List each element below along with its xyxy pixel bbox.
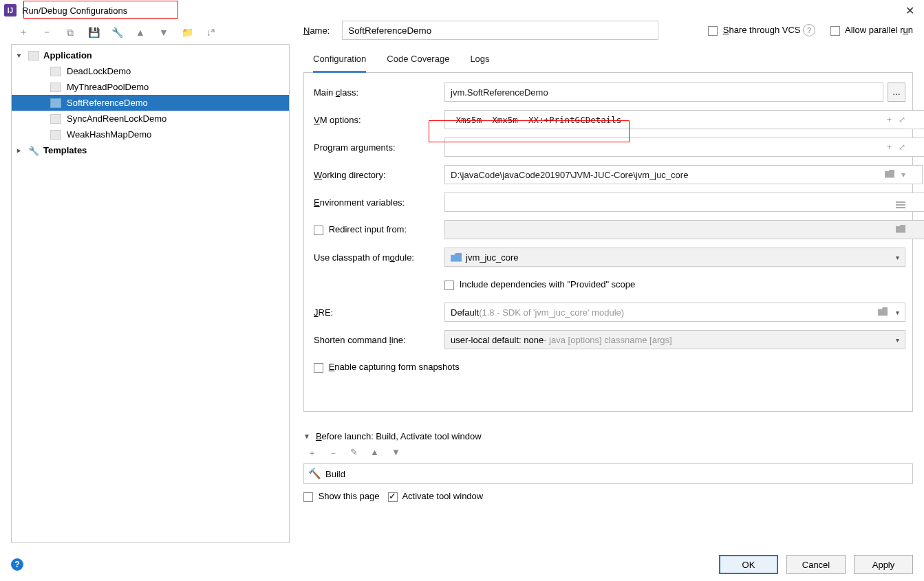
vm-options-input[interactable]: -Xms5m -Xmx5m -XX:+PrintGCDetails [444,110,924,129]
tabs: Configuration Code Coverage Logs [303,47,913,73]
folder-icon[interactable] [885,170,894,180]
save-icon[interactable]: 💾 [88,27,99,38]
chevron-right-icon: ▸ [17,146,28,154]
prog-args-label: Program arguments: [314,142,444,153]
tab-logs[interactable]: Logs [470,54,489,72]
config-icon [50,98,61,108]
chevron-down-icon: ▾ [896,309,899,316]
remove-icon[interactable]: － [41,27,52,38]
remove-icon[interactable]: － [329,447,338,459]
cancel-button[interactable]: Cancel [786,555,846,574]
enable-snapshots-checkbox[interactable]: Enable capturing form snapshots [314,362,460,373]
main-class-input[interactable]: jvm.SoftReferenceDemo [444,83,883,102]
allow-parallel-checkbox[interactable]: Allow parallel run [830,25,913,36]
ok-button[interactable]: OK [719,555,778,574]
move-up-icon[interactable]: ▲ [135,27,146,38]
include-provided-checkbox[interactable]: Include dependencies with "Provided" sco… [444,279,635,290]
tab-code-coverage[interactable]: Code Coverage [387,54,449,72]
name-label: Name: [303,25,330,36]
close-icon[interactable]: ✕ [900,1,920,20]
folder-icon [896,225,905,235]
activate-tool-window-checkbox[interactable]: Activate tool window [388,491,484,502]
add-prog-arg-icon[interactable]: + [887,142,892,152]
app-icon: IJ [4,4,17,17]
tree-item[interactable]: DeadLockDemo [12,63,289,79]
vm-options-label: VM options: [314,115,444,125]
config-tree: ▾ Application DeadLockDemo MyThreadPoolD… [11,44,290,543]
tree-item-selected[interactable]: SoftReferenceDemo [12,95,289,111]
show-this-page-checkbox[interactable]: Show this page [303,491,380,502]
list-icon[interactable] [896,195,905,210]
hammer-icon: 🔨 [308,468,321,480]
config-icon [50,83,61,92]
classpath-combo[interactable]: jvm_juc_core▾ [444,248,905,267]
expand-vm-icon[interactable]: ⤢ [899,115,905,124]
edit-icon[interactable]: ✎ [350,447,358,459]
workdir-label: Working directory: [314,170,444,180]
prog-args-input[interactable] [444,138,924,157]
classpath-label: Use classpath of module: [314,252,444,263]
before-launch-section: ▼ Before launch: Build, Activate tool wi… [303,431,913,502]
workdir-dropdown-icon[interactable]: ▾ [901,170,905,179]
name-input[interactable] [342,21,658,40]
add-icon[interactable]: ＋ [308,447,316,459]
before-launch-list[interactable]: 🔨 Build [303,463,913,484]
move-down-icon[interactable]: ▼ [391,447,400,459]
redirect-input [444,220,924,239]
jre-combo[interactable]: Default (1.8 - SDK of 'jvm_juc_core' mod… [444,303,905,322]
apply-button[interactable]: Apply [854,555,913,574]
browse-main-class-button[interactable]: … [888,83,905,102]
tree-item[interactable]: MyThreadPoolDemo [12,79,289,95]
config-icon [50,67,61,76]
chevron-down-icon: ▾ [896,336,899,344]
wrench-icon: 🔧 [28,146,39,155]
move-down-icon[interactable]: ▼ [158,27,169,38]
title-bar: IJ Run/Debug Configurations ✕ [0,0,924,21]
expand-prog-icon[interactable]: ⤢ [899,142,905,152]
folder-arrow-icon[interactable]: 📁 [182,27,193,38]
jre-label: JRE: [314,307,444,318]
main-class-label: Main class: [314,87,444,98]
workdir-input[interactable]: D:\javaCode\javaCode201907\JVM-JUC-Core\… [444,165,923,184]
sidebar-toolbar: ＋ － ⧉ 💾 🔧 ▲ ▼ 📁 ↓ª [11,21,290,44]
sort-icon[interactable]: ↓ª [205,27,216,38]
env-label: Environment variables: [314,197,444,208]
before-launch-header[interactable]: ▼ Before launch: Build, Activate tool wi… [303,431,913,441]
tree-templates-label: Templates [43,145,87,155]
add-icon[interactable]: ＋ [18,27,29,38]
tree-item[interactable]: WeakHashMapDemo [12,127,289,142]
tab-configuration[interactable]: Configuration [313,54,366,73]
config-icon [50,114,61,124]
redirect-checkbox[interactable]: Redirect input from: [314,224,444,235]
help-button[interactable]: ? [11,558,23,571]
env-input[interactable] [444,193,924,212]
tree-item[interactable]: SyncAndReenLockDemo [12,111,289,127]
configuration-panel: Main class: jvm.SoftReferenceDemo … VM o… [303,73,913,412]
footer: ? OK Cancel Apply [11,555,913,574]
share-checkbox[interactable]: Share through VCS ? [708,24,815,36]
window-title: Run/Debug Configurations [22,6,127,16]
application-icon [28,51,39,61]
folder-icon[interactable] [878,307,888,317]
help-icon[interactable]: ? [803,24,815,36]
add-vm-option-icon[interactable]: + [887,115,892,124]
module-icon [451,253,462,262]
chevron-down-icon: ▾ [17,52,28,59]
copy-icon[interactable]: ⧉ [65,27,76,38]
move-up-icon[interactable]: ▲ [370,447,379,459]
wrench-icon[interactable]: 🔧 [111,27,122,38]
triangle-down-icon: ▼ [303,432,310,440]
config-icon [50,130,61,140]
tree-root-label: Application [43,50,92,61]
build-item-label: Build [325,469,345,479]
chevron-down-icon: ▾ [896,254,899,261]
shorten-combo[interactable]: user-local default: none - java [options… [444,330,905,349]
shorten-label: Shorten command line: [314,335,444,345]
tree-application-node[interactable]: ▾ Application [12,47,289,63]
tree-templates-node[interactable]: ▸ 🔧 Templates [12,142,289,158]
